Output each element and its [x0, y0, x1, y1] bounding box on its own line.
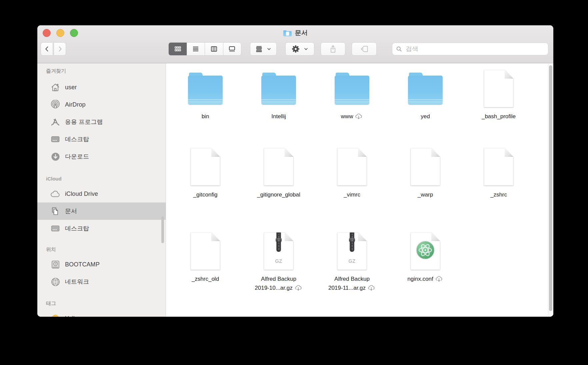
harddrive-icon — [50, 260, 61, 269]
sidebar-section-tags: 태그 — [46, 300, 166, 307]
appstore-icon — [50, 118, 61, 126]
cloud-download-icon — [355, 113, 363, 120]
file-name: nginx.conf — [407, 274, 433, 283]
file-name: 2019-11...ar.gz — [328, 283, 366, 292]
file-name: Alfred Backup — [261, 274, 296, 283]
file-item-zshrc[interactable]: _zshrc — [462, 148, 535, 199]
file-item-vimrc[interactable]: _vimrc — [315, 148, 389, 199]
cloud-download-icon — [435, 276, 443, 282]
cloud-icon — [50, 190, 61, 197]
folder-icon — [335, 73, 369, 105]
sidebar-item-bootcamp[interactable]: BOOTCAMP — [37, 256, 166, 273]
file-name: Intellij — [271, 112, 286, 121]
file-item-intellij[interactable]: Intellij — [242, 69, 315, 121]
file-name: bin — [202, 112, 209, 121]
title-bar: 문서 — [37, 25, 553, 41]
folder-icon — [408, 73, 443, 105]
gallery-view-icon — [228, 45, 236, 53]
sidebar-item-tag-yellow[interactable]: Yellow — [37, 310, 166, 317]
gallery-view-button[interactable] — [223, 43, 241, 55]
sidebar-section-favorites: 즐겨찾기 — [46, 67, 166, 75]
content-scrollbar-track[interactable] — [548, 63, 553, 317]
sidebar-item-desktop-icloud[interactable]: 데스크탑 — [37, 220, 166, 237]
sidebar-item-desktop[interactable]: 데스크탑 — [37, 131, 166, 148]
chevron-down-icon — [266, 46, 272, 52]
sidebar-item-label: 데스크탑 — [65, 135, 89, 143]
file-grid-row: bin Intellij www yed — [169, 69, 535, 121]
tag-button[interactable] — [352, 42, 377, 56]
file-name: _gitconfig — [193, 190, 218, 199]
window-title: 문서 — [295, 29, 308, 37]
network-globe-icon — [50, 277, 61, 286]
sidebar-item-label: 응용 프로그램 — [65, 118, 103, 126]
back-button[interactable] — [41, 42, 53, 56]
sidebar-section-icloud: iCloud — [46, 175, 166, 182]
sidebar-item-label: Yellow — [65, 315, 82, 317]
file-name: yed — [421, 112, 430, 121]
file-item-gitignore-global[interactable]: _gitignore_global — [242, 148, 315, 199]
file-grid-row: _zshrc_old GZ Alfred Backup 2019-10...ar… — [169, 232, 462, 292]
file-item-gitconfig[interactable]: _gitconfig — [169, 148, 242, 199]
document-icon — [484, 70, 513, 107]
file-item-zshrc-old[interactable]: _zshrc_old — [169, 232, 242, 292]
airdrop-icon — [50, 100, 61, 109]
cloud-download-icon — [294, 285, 303, 291]
file-item-www[interactable]: www — [315, 69, 389, 121]
tag-icon — [360, 45, 369, 53]
icon-view-button[interactable] — [169, 43, 187, 55]
sidebar-item-label: BOOTCAMP — [65, 261, 100, 268]
file-name: _warp — [418, 190, 433, 199]
home-icon — [50, 83, 61, 92]
window-header: 문서 — [37, 25, 553, 63]
list-view-icon — [192, 45, 200, 53]
sidebar-item-user[interactable]: user — [37, 79, 166, 96]
desktop-icon — [50, 224, 61, 232]
sidebar-item-documents[interactable]: 문서 — [37, 202, 166, 220]
sidebar-scrollbar-thumb[interactable] — [161, 216, 164, 243]
chevron-left-icon — [43, 45, 51, 53]
file-item-alfred-backup-oct[interactable]: GZ Alfred Backup 2019-10...ar.gz — [242, 232, 315, 292]
sidebar-item-airdrop[interactable]: AirDrop — [37, 96, 166, 113]
file-item-bin[interactable]: bin — [169, 69, 242, 121]
gz-archive-icon: GZ — [337, 232, 367, 270]
file-item-alfred-backup-nov[interactable]: GZ Alfred Backup 2019-11...ar.gz — [315, 232, 389, 292]
list-view-button[interactable] — [187, 43, 205, 55]
file-name: _gitignore_global — [257, 190, 300, 199]
sidebar-item-network[interactable]: 네트워크 — [37, 273, 166, 290]
column-view-button[interactable] — [205, 43, 223, 55]
sidebar-item-label: 다운로드 — [65, 153, 89, 161]
forward-button[interactable] — [54, 42, 66, 56]
file-name: 2019-10...ar.gz — [255, 283, 292, 292]
file-name: www — [341, 112, 353, 121]
zipper-icon — [350, 232, 354, 252]
finder-window: 문서 — [37, 25, 553, 317]
sidebar-item-applications[interactable]: 응용 프로그램 — [37, 113, 166, 131]
file-item-yed[interactable]: yed — [389, 69, 462, 121]
share-icon — [329, 45, 337, 53]
file-name: _zshrc_old — [192, 274, 219, 283]
share-button[interactable] — [321, 42, 345, 56]
file-name: _zshrc — [490, 190, 507, 199]
gz-badge: GZ — [337, 258, 367, 264]
icon-view-icon — [174, 45, 182, 53]
file-item-bash-profile[interactable]: _bash_profile — [462, 69, 535, 121]
document-icon — [337, 148, 367, 185]
file-name: _vimrc — [344, 190, 360, 199]
action-button[interactable] — [285, 42, 314, 56]
sidebar-item-downloads[interactable]: 다운로드 — [37, 148, 166, 165]
sidebar-item-icloud-drive[interactable]: iCloud Drive — [37, 185, 166, 202]
column-view-icon — [210, 45, 218, 53]
file-item-nginx-conf[interactable]: nginx.conf — [389, 232, 462, 292]
search-input[interactable] — [405, 45, 545, 53]
file-item-warp[interactable]: _warp — [389, 148, 462, 199]
content-area: bin Intellij www yed — [166, 63, 553, 317]
sidebar: 즐겨찾기 user — [37, 63, 166, 317]
zipper-icon — [276, 232, 281, 252]
group-button[interactable] — [250, 42, 277, 56]
atom-logo-icon — [415, 240, 436, 260]
content-scrollbar-thumb[interactable] — [549, 65, 552, 311]
download-circle-icon — [50, 152, 61, 161]
sidebar-item-label: user — [65, 84, 77, 91]
sidebar-item-label: 문서 — [65, 207, 77, 215]
sidebar-item-label: iCloud Drive — [65, 190, 98, 197]
